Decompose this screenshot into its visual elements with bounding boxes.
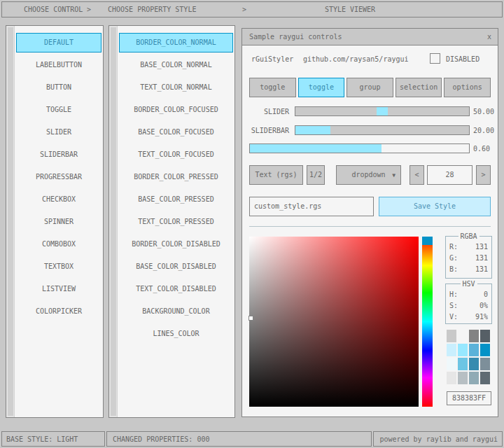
window-titlebar[interactable]: Sample raygui controls x bbox=[242, 29, 498, 46]
property-list-item[interactable]: TEXT_COLOR_PRESSED bbox=[119, 212, 233, 232]
color-swatch[interactable] bbox=[469, 344, 479, 356]
color-swatch[interactable] bbox=[480, 344, 490, 356]
hue-selector[interactable] bbox=[422, 237, 433, 245]
spinner-decrease-button[interactable]: < bbox=[410, 165, 424, 185]
rgba-row: B: 131 bbox=[446, 265, 491, 273]
slider-handle[interactable] bbox=[377, 107, 388, 115]
color-panel-cursor[interactable] bbox=[248, 316, 253, 321]
property-list-item[interactable]: LINES_COLOR bbox=[119, 324, 233, 344]
window-title: Sample raygui controls bbox=[242, 33, 342, 41]
property-list-item[interactable]: BACKGROUND_COLOR bbox=[119, 302, 233, 321]
dropdown-combobox[interactable]: dropdown ▼ bbox=[336, 165, 401, 185]
control-list-item[interactable]: TEXTBOX bbox=[16, 257, 102, 276]
credits-label: powered by raylib and raygui bbox=[379, 435, 498, 443]
control-list-item[interactable]: CHECKBOX bbox=[16, 190, 102, 209]
rgba-row-value: 131 bbox=[475, 265, 488, 273]
toggle-button[interactable]: group bbox=[346, 78, 393, 97]
color-swatch[interactable] bbox=[447, 372, 456, 384]
color-swatch[interactable] bbox=[480, 372, 490, 384]
property-list-item[interactable]: TEXT_COLOR_NORMAL bbox=[119, 78, 233, 97]
hue-bar[interactable] bbox=[422, 237, 433, 407]
controls-list-scrollbar[interactable] bbox=[6, 26, 15, 417]
hsv-row-label: H: bbox=[449, 290, 458, 298]
hsv-row-value: 91% bbox=[475, 313, 488, 321]
color-swatch[interactable] bbox=[447, 330, 456, 342]
toggle-button[interactable]: options bbox=[444, 78, 491, 97]
rgba-row-label: R: bbox=[449, 243, 458, 251]
property-list-item[interactable]: TEXT_COLOR_DISABLED bbox=[119, 279, 233, 299]
sample-controls-window: Sample raygui controls x rGuiStyler gith… bbox=[241, 28, 498, 417]
control-list-item[interactable]: COLORPICKER bbox=[16, 302, 102, 321]
rgba-row: G: 131 bbox=[446, 254, 491, 262]
spinner-increase-button[interactable]: > bbox=[476, 165, 491, 185]
changed-properties-label: CHANGED PROPERTIES: 000 bbox=[113, 435, 209, 443]
hsv-row-value: 0% bbox=[479, 302, 488, 309]
color-swatch[interactable] bbox=[469, 358, 479, 370]
property-list-item[interactable]: BORDER_COLOR_NORMAL bbox=[119, 33, 233, 52]
color-swatch[interactable] bbox=[447, 344, 456, 356]
style-filename-input[interactable]: custom_style.rgs bbox=[249, 197, 374, 216]
save-style-button[interactable]: Save Style bbox=[379, 197, 491, 216]
sliderbar-value: 20.00 bbox=[473, 127, 494, 134]
progress-bar-fill bbox=[250, 144, 382, 153]
hex-color-box[interactable]: 838383FF bbox=[447, 391, 491, 405]
breadcrumb-choose-control: CHOOSE CONTROL bbox=[24, 6, 83, 13]
text-rgs-button[interactable]: Text (rgs) bbox=[249, 165, 303, 185]
control-list-item[interactable]: SPINNER bbox=[16, 212, 102, 232]
sliderbar-label: SLIDERBAR bbox=[246, 127, 289, 134]
control-list-item[interactable]: SLIDERBAR bbox=[16, 145, 102, 164]
toggle-button[interactable]: toggle bbox=[249, 78, 296, 97]
toggle-group: toggle toggle group selection options bbox=[249, 78, 491, 97]
disabled-checkbox[interactable] bbox=[430, 53, 440, 64]
color-swatch[interactable] bbox=[458, 358, 468, 370]
progress-bar-value: 0.60 bbox=[473, 145, 490, 153]
scrollbar-thumb[interactable] bbox=[111, 27, 116, 416]
controls-list: DEFAULT LABELBUTTON BUTTON TOGGLE SLIDER… bbox=[15, 26, 103, 417]
hsv-group-box: HSV H: 0 S: 0% V: 91% bbox=[445, 284, 492, 324]
sliderbar[interactable] bbox=[295, 125, 470, 135]
control-list-item[interactable]: PROGRESSBAR bbox=[16, 167, 102, 187]
color-swatch[interactable] bbox=[458, 372, 468, 384]
control-list-item[interactable]: COMBOBOX bbox=[16, 234, 102, 254]
properties-list-scrollbar[interactable] bbox=[109, 26, 118, 417]
property-list-item[interactable]: BASE_COLOR_FOCUSED bbox=[119, 122, 233, 142]
color-swatch[interactable] bbox=[480, 330, 490, 342]
half-toggle-button[interactable]: 1/2 bbox=[307, 165, 325, 185]
property-list-item[interactable]: TEXT_COLOR_FOCUSED bbox=[119, 145, 233, 164]
property-list-item[interactable]: BASE_COLOR_PRESSED bbox=[119, 190, 233, 209]
rgba-row-label: G: bbox=[449, 254, 458, 262]
property-list-item[interactable]: BASE_COLOR_DISABLED bbox=[119, 257, 233, 276]
rgba-group-box: RGBA R: 131 G: 131 B: 131 bbox=[445, 236, 492, 279]
control-list-item[interactable]: LABELBUTTON bbox=[16, 55, 102, 75]
control-list-item[interactable]: TOGGLE bbox=[16, 100, 102, 120]
color-panel[interactable] bbox=[249, 237, 419, 407]
chevron-down-icon: ▼ bbox=[392, 167, 396, 185]
property-list-item[interactable]: BASE_COLOR_NORMAL bbox=[119, 55, 233, 75]
slider[interactable] bbox=[295, 106, 470, 116]
color-swatch[interactable] bbox=[469, 330, 479, 342]
rgba-row-value: 131 bbox=[475, 243, 488, 251]
color-swatch[interactable] bbox=[447, 358, 456, 370]
hsv-row: V: 91% bbox=[446, 313, 491, 321]
close-icon[interactable]: x bbox=[487, 29, 491, 45]
status-credits: powered by raylib and raygui bbox=[373, 431, 503, 447]
control-list-item[interactable]: DEFAULT bbox=[16, 33, 102, 52]
toggle-button[interactable]: toggle bbox=[298, 78, 345, 97]
toggle-button[interactable]: selection bbox=[396, 78, 442, 97]
properties-list-panel: BORDER_COLOR_NORMAL BASE_COLOR_NORMAL TE… bbox=[108, 25, 235, 418]
app-name-label: rGuiStyler bbox=[251, 55, 293, 63]
control-list-item[interactable]: LISTVIEW bbox=[16, 279, 102, 299]
repo-link[interactable]: github.com/raysan5/raygui bbox=[303, 55, 409, 63]
property-list-item[interactable]: BORDER_COLOR_FOCUSED bbox=[119, 100, 233, 120]
scrollbar-thumb[interactable] bbox=[8, 27, 13, 416]
control-list-item[interactable]: SLIDER bbox=[16, 122, 102, 142]
controls-list-panel: DEFAULT LABELBUTTON BUTTON TOGGLE SLIDER… bbox=[6, 25, 104, 418]
color-swatch[interactable] bbox=[458, 344, 468, 356]
property-list-item[interactable]: BORDER_COLOR_DISABLED bbox=[119, 234, 233, 254]
color-swatch[interactable] bbox=[469, 372, 479, 384]
color-swatch[interactable] bbox=[458, 330, 468, 342]
property-list-item[interactable]: BORDER_COLOR_PRESSED bbox=[119, 167, 233, 187]
color-swatch[interactable] bbox=[480, 358, 490, 370]
spinner-value-box[interactable]: 28 bbox=[427, 165, 472, 185]
control-list-item[interactable]: BUTTON bbox=[16, 78, 102, 97]
